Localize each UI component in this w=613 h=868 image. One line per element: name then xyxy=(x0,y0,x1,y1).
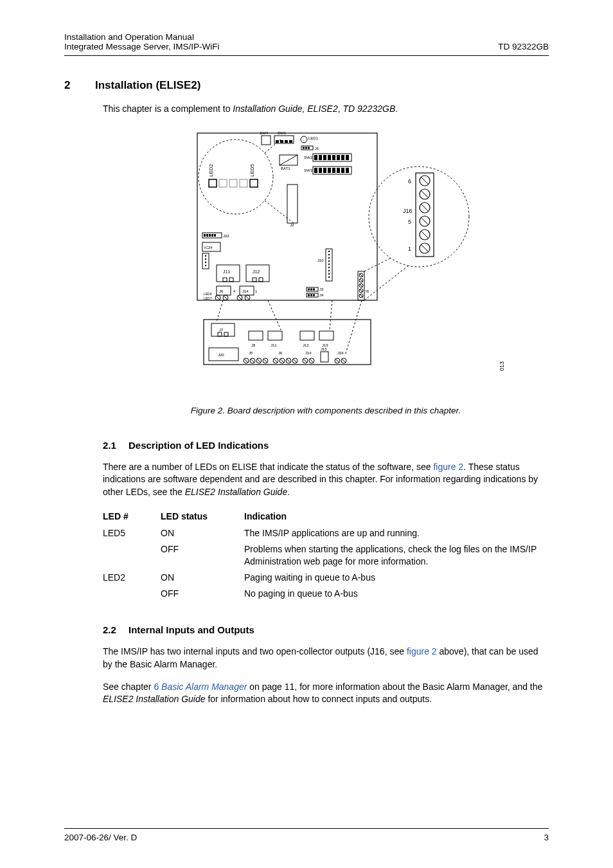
svg-text:J15: J15 xyxy=(321,347,327,351)
td-indication: The IMS/IP applications are up and runni… xyxy=(244,525,549,541)
svg-text:J3: J3 xyxy=(319,287,324,291)
svg-line-169 xyxy=(280,359,284,363)
svg-text:J10: J10 xyxy=(317,258,324,262)
svg-point-67 xyxy=(328,254,330,255)
svg-line-185 xyxy=(342,359,346,363)
svg-text:J6: J6 xyxy=(278,351,283,355)
svg-rect-45 xyxy=(240,179,247,187)
svg-rect-30 xyxy=(328,168,331,173)
svg-text:LED2: LED2 xyxy=(208,163,214,177)
td-led: LED5 xyxy=(103,525,161,541)
svg-text:J22: J22 xyxy=(223,234,229,238)
svg-line-112 xyxy=(360,274,362,276)
svg-point-74 xyxy=(328,276,330,278)
svg-rect-21 xyxy=(332,155,335,160)
header-right: TD 92322GB xyxy=(498,32,549,51)
section-number: 2 xyxy=(64,79,95,92)
svg-line-160 xyxy=(251,359,254,363)
doc-title-line2: Integrated Message Server, IMS/IP-WiFi xyxy=(64,42,220,51)
subsection-22-heading: 2.2Internal Inputs and Outputs xyxy=(103,624,549,635)
svg-point-71 xyxy=(328,267,330,268)
td-indication: No paging in queue to A-bus xyxy=(244,586,549,602)
svg-point-69 xyxy=(328,260,330,262)
svg-rect-17 xyxy=(314,155,317,160)
td-indication: Problems when starting the applications,… xyxy=(244,541,549,570)
led-table: LED # LED status Indication LED5 ON The … xyxy=(103,509,549,601)
svg-line-176 xyxy=(303,359,307,363)
th-status: LED status xyxy=(161,509,244,525)
svg-rect-44 xyxy=(229,179,237,187)
svg-rect-46 xyxy=(250,179,258,187)
td-indication: Paging waiting in queue to A-bus xyxy=(244,570,549,586)
th-indication: Indication xyxy=(244,509,549,525)
svg-text:J4: J4 xyxy=(319,293,324,297)
sub21-link-figure2[interactable]: figure 2 xyxy=(433,462,463,472)
svg-rect-52 xyxy=(204,234,206,237)
svg-rect-55 xyxy=(211,234,213,237)
svg-rect-102 xyxy=(310,289,312,291)
sub22-link-chapter6-title[interactable]: Basic Alarm Manager xyxy=(161,682,247,692)
svg-line-183 xyxy=(335,359,339,363)
svg-point-122 xyxy=(369,167,469,267)
svg-rect-180 xyxy=(321,352,328,362)
svg-rect-103 xyxy=(313,289,315,291)
sub22-p2c: for information about how to connect inp… xyxy=(206,694,432,704)
svg-text:J2: J2 xyxy=(290,223,294,227)
svg-text:LED7: LED7 xyxy=(204,296,212,300)
subsection-22-title: Internal Inputs and Outputs xyxy=(129,624,254,635)
svg-rect-33 xyxy=(341,168,344,173)
sub22-link-chapter6-num[interactable]: 6 xyxy=(154,682,161,692)
table-row: LED5 ON The IMS/IP applications are up a… xyxy=(103,525,549,541)
svg-rect-151 xyxy=(300,331,314,340)
svg-text:4: 4 xyxy=(233,289,236,293)
svg-line-171 xyxy=(287,359,290,363)
svg-text:J11: J11 xyxy=(223,269,230,274)
svg-text:BAT1: BAT1 xyxy=(281,167,290,170)
svg-point-64 xyxy=(205,265,206,266)
svg-rect-18 xyxy=(319,155,322,160)
td-led: LED2 xyxy=(103,570,161,586)
svg-point-9 xyxy=(301,136,307,143)
sub22-link-figure2[interactable]: figure 2 xyxy=(407,646,437,656)
sub21-paragraph: There are a number of LEDs on ELISE that… xyxy=(103,461,549,498)
svg-rect-32 xyxy=(337,168,340,173)
figure-caption: Figure 2. Board description with compone… xyxy=(103,406,549,415)
footer-page: 3 xyxy=(544,833,549,842)
svg-point-62 xyxy=(205,258,206,260)
footer-date: 2007-06-26/ Ver. D xyxy=(64,833,137,842)
td-status: ON xyxy=(161,525,244,541)
svg-rect-108 xyxy=(313,294,315,296)
svg-line-162 xyxy=(257,359,261,363)
svg-text:J7: J7 xyxy=(219,328,224,332)
svg-line-135 xyxy=(422,231,428,238)
svg-line-190 xyxy=(345,300,362,356)
svg-rect-28 xyxy=(319,168,322,173)
svg-text:1: 1 xyxy=(255,289,258,293)
svg-rect-144 xyxy=(218,332,222,336)
svg-line-133 xyxy=(422,218,428,224)
svg-line-158 xyxy=(244,359,248,363)
svg-rect-147 xyxy=(249,331,263,340)
svg-rect-20 xyxy=(328,155,331,160)
svg-rect-77 xyxy=(223,278,227,282)
svg-text:SW2: SW2 xyxy=(304,156,313,159)
svg-text:SW3: SW3 xyxy=(304,168,313,172)
table-row: OFF No paging in queue to A-bus xyxy=(103,586,549,602)
subsection-21-title: Description of LED Indications xyxy=(129,440,269,451)
svg-line-167 xyxy=(274,359,278,363)
svg-line-129 xyxy=(422,191,428,197)
svg-line-97 xyxy=(238,296,242,300)
sub22-p2a: See chapter xyxy=(103,682,154,692)
svg-text:SW4: SW4 xyxy=(260,131,269,135)
svg-rect-1 xyxy=(262,136,271,145)
svg-point-68 xyxy=(328,257,330,258)
svg-text:J14: J14 xyxy=(242,289,249,293)
svg-rect-14 xyxy=(308,147,310,149)
board-diagram: SW4 SW1 LED1 J1 SW2 SW3 BAT1 xyxy=(178,127,474,397)
svg-rect-145 xyxy=(224,332,228,336)
svg-line-37 xyxy=(280,155,298,165)
svg-text:I6: I6 xyxy=(366,289,369,293)
sub21-p1c: . xyxy=(287,487,290,497)
svg-rect-142 xyxy=(204,320,371,365)
svg-rect-54 xyxy=(209,234,211,237)
